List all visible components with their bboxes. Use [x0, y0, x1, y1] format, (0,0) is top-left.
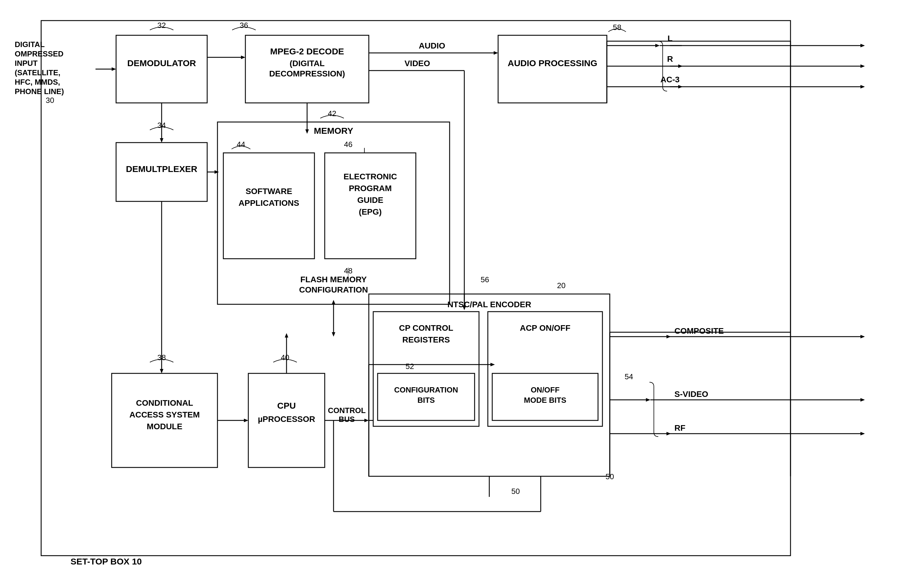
- software-apps-label2: APPLICATIONS: [238, 198, 299, 207]
- software-apps-label1: SOFTWARE: [246, 187, 292, 196]
- svg-marker-22: [332, 300, 335, 304]
- ref-58: 58: [613, 23, 622, 32]
- s-video-label: S-VIDEO: [675, 390, 708, 399]
- ref-54: 54: [625, 372, 633, 381]
- cas-label2: ACCESS SYSTEM: [129, 410, 200, 419]
- config-bits-label2: BITS: [417, 396, 435, 404]
- ntsc-pal-block: [369, 294, 610, 476]
- svg-marker-4: [241, 56, 245, 59]
- flash-memory-label2: CONFIGURATION: [299, 285, 368, 294]
- ntsc-pal-label: NTSC/PAL ENCODER: [447, 300, 531, 309]
- ref-36: 36: [240, 21, 248, 30]
- epg-block: [325, 153, 416, 259]
- digital-input-label3: INPUT: [15, 59, 37, 68]
- cpu-label2: µPROCESSOR: [258, 415, 315, 424]
- onoff-mode-label1: ON/OFF: [531, 385, 560, 394]
- cas-label1: CONDITIONAL: [136, 398, 193, 407]
- epg-label3: GUIDE: [357, 195, 383, 204]
- control-bus-label1: CONTROL: [328, 406, 366, 415]
- epg-label1: ELECTRONIC: [343, 172, 397, 181]
- ref-52: 52: [405, 362, 414, 371]
- audio-label: AUDIO: [419, 41, 445, 50]
- cpu-label1: CPU: [277, 401, 296, 410]
- svg-marker-35: [285, 333, 288, 337]
- svg-marker-39: [491, 363, 495, 367]
- svg-marker-27: [215, 170, 219, 174]
- svg-marker-6: [160, 138, 164, 143]
- diagram-container: SET-TOP BOX 10 DIGITAL OMPRESSED INPUT (…: [12, 12, 887, 576]
- composite-label: COMPOSITE: [675, 326, 724, 335]
- video-label: VIDEO: [404, 59, 430, 68]
- cp-control-label1: CP CONTROL: [399, 323, 454, 332]
- svg-marker-66: [860, 335, 865, 338]
- svg-marker-64: [860, 85, 865, 89]
- cp-control-label2: REGISTERS: [402, 335, 450, 344]
- ref-44: 44: [237, 140, 245, 149]
- svg-marker-29: [160, 369, 164, 373]
- demodulator-block: [116, 35, 207, 103]
- flash-memory-label1: FLASH MEMORY: [300, 275, 367, 284]
- acp-onoff-label: ACP ON/OFF: [520, 323, 571, 332]
- AC3-label: AC-3: [660, 75, 680, 84]
- ref-56: 56: [481, 275, 489, 284]
- svg-marker-31: [244, 419, 248, 422]
- svg-marker-60: [860, 44, 865, 47]
- cas-label3: MODULE: [147, 422, 182, 431]
- memory-label: MEMORY: [314, 126, 353, 136]
- onoff-mode-label2: MODE BITS: [524, 396, 566, 404]
- digital-input-label2: OMPRESSED: [15, 49, 64, 58]
- digital-input-label: DIGITAL: [15, 40, 45, 49]
- svg-marker-14: [655, 44, 660, 47]
- svg-marker-2: [112, 67, 116, 71]
- svg-marker-44: [646, 398, 650, 402]
- svg-marker-70: [860, 432, 865, 435]
- svg-rect-0: [41, 20, 790, 556]
- ref-50-2: 50: [511, 487, 520, 496]
- config-bits-label1: CONFIGURATION: [394, 385, 458, 394]
- digital-input-label4: (SATELLITE,: [15, 68, 61, 77]
- mpeg2-label1: MPEG-2 DECODE: [270, 47, 344, 56]
- ref-38: 38: [157, 353, 166, 362]
- ref-30: 30: [46, 96, 55, 104]
- ref-32: 32: [157, 21, 166, 30]
- digital-input-label5: HFC, MMDS,: [15, 78, 60, 86]
- epg-label4: (EPG): [359, 207, 382, 217]
- svg-marker-12: [306, 129, 309, 134]
- rf-label: RF: [675, 423, 685, 432]
- control-bus-label2: BUS: [339, 415, 355, 424]
- svg-marker-23: [332, 332, 335, 337]
- svg-marker-8: [494, 51, 498, 55]
- svg-marker-68: [860, 398, 865, 402]
- mpeg2-label2: (DIGITAL: [290, 59, 324, 68]
- ref-42: 42: [328, 109, 337, 118]
- digital-input-label6: PHONE LINE): [15, 87, 64, 96]
- ref-34: 34: [157, 121, 166, 129]
- audio-processing-label: AUDIO PROCESSING: [508, 58, 597, 68]
- set-top-box-label: SET-TOP BOX 10: [70, 557, 142, 566]
- ref-46: 46: [344, 140, 353, 149]
- mpeg2-label3: DECOMPRESSION): [269, 69, 345, 78]
- epg-label2: PROGRAM: [349, 184, 392, 193]
- svg-marker-33: [365, 419, 369, 422]
- cas-block: [112, 373, 217, 468]
- audio-processing-block: [498, 35, 607, 103]
- svg-marker-62: [860, 64, 865, 68]
- demodulator-label: DEMODULATOR: [127, 58, 196, 68]
- ref-40: 40: [281, 353, 290, 362]
- ref-20: 20: [557, 281, 566, 290]
- R-label: R: [667, 55, 673, 64]
- demultiplexer-label: DEMULTPLEXER: [126, 164, 198, 174]
